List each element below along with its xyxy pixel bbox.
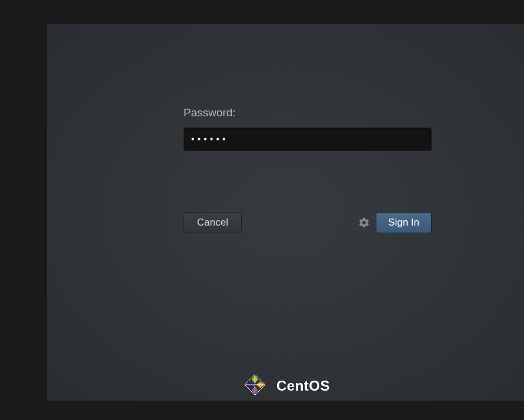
password-input[interactable]: [183, 127, 432, 151]
centos-logo-text: CentOS: [276, 378, 330, 394]
login-form: Password:: [183, 106, 432, 151]
password-label: Password:: [183, 106, 432, 119]
cancel-button[interactable]: Cancel: [183, 212, 242, 233]
centos-branding: CentOS: [241, 371, 330, 401]
gear-icon[interactable]: [358, 217, 370, 229]
login-panel: Password: Cancel Sign In: [47, 24, 524, 401]
right-button-group: Sign In: [358, 212, 432, 233]
centos-logo-icon: [241, 371, 268, 401]
button-row: Cancel Sign In: [183, 212, 432, 233]
signin-button[interactable]: Sign In: [376, 212, 432, 233]
